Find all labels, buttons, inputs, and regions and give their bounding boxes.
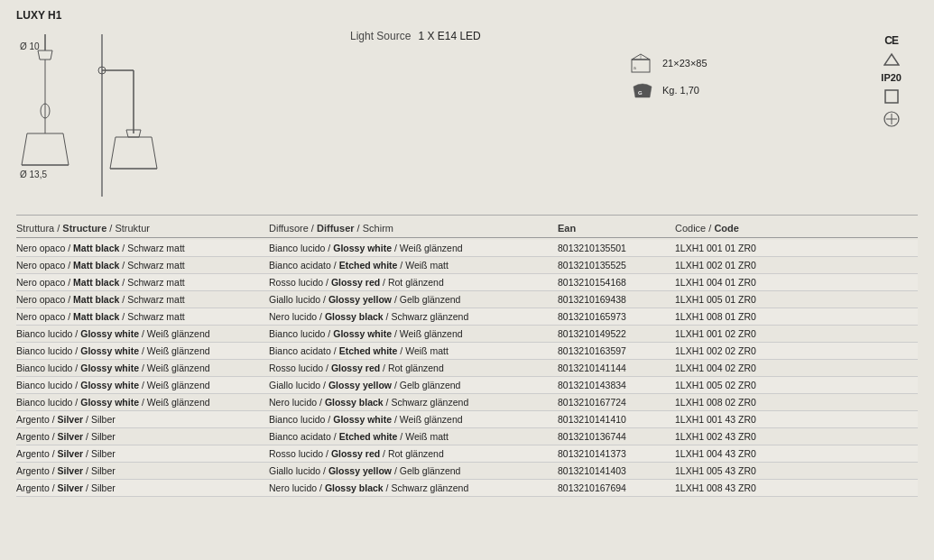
td-ean: 8013210167694 [558,482,675,494]
table-row: Nero opaco / Matt black / Schwarz matt B… [16,240,918,257]
ip20-text: IP20 [881,72,902,83]
td-codice: 1LXH1 005 01 ZR0 [675,293,855,306]
td-diffusore: Bianco lucido / Glossy white / Weiß glän… [269,242,558,254]
td-codice: 1LXH1 005 02 ZR0 [675,379,855,391]
td-struttura: Nero opaco / Matt black / Schwarz matt [16,242,269,254]
lamp-drawing [16,25,323,201]
td-ean: 8013210141410 [558,413,675,426]
pack-dimensions-row: a 21×23×85 [630,52,707,74]
ce-icon: CE [884,34,898,47]
td-codice: 1LXH1 008 43 ZR0 [675,482,855,494]
svg-marker-10 [110,137,157,169]
td-struttura: Bianco lucido / Glossy white / Weiß glän… [16,344,269,357]
th-ean: Ean [558,223,675,234]
td-struttura: Argento / Silver / Silber [16,447,269,460]
td-ean: 8013210163597 [558,344,675,357]
table-body: Nero opaco / Matt black / Schwarz matt B… [16,240,918,497]
td-codice: 1LXH1 008 01 ZR0 [675,310,855,323]
drawing-area: Ø 10 [16,25,323,197]
td-struttura: Nero opaco / Matt black / Schwarz matt [16,310,269,323]
table-row: Argento / Silver / Silber Nero lucido / … [16,480,918,497]
td-struttura: Bianco lucido / Glossy white / Weiß glän… [16,396,269,409]
td-struttura: Argento / Silver / Silber [16,464,269,477]
td-ean: 8013210143834 [558,379,675,391]
table-row: Argento / Silver / Silber Bianco acidato… [16,428,918,445]
th-diffusore: Diffusore / Diffuser / Schirm [269,223,558,234]
table-row: Argento / Silver / Silber Giallo lucido … [16,463,918,480]
box-icon: a [630,52,655,74]
td-struttura: Nero opaco / Matt black / Schwarz matt [16,259,269,271]
pack-weight-row: G Kg. 1,70 [630,79,707,101]
triangle-icon-group [883,52,900,67]
td-diffusore: Bianco acidato / Etched white / Weiß mat… [269,344,558,357]
light-source-row: Light Source 1 X E14 LED [350,30,918,42]
td-codice: 1LXH1 004 02 ZR0 [675,362,855,374]
table-row: Argento / Silver / Silber Rosso lucido /… [16,445,918,463]
td-diffusore: Nero lucido / Glossy black / Schwarz glä… [269,396,558,409]
icons-right: CE IP20 [881,34,902,128]
td-codice: 1LXH1 001 02 ZR0 [675,327,855,340]
square-icon [883,88,900,105]
pack-dimensions: 21×23×85 [662,58,707,69]
svg-text:G: G [638,90,643,96]
ce-icon-group: CE [884,34,898,47]
td-ean: 8013210169438 [558,293,675,306]
ip20-group: IP20 [881,72,902,83]
th-codice: Codice / Code [675,223,855,234]
td-ean: 8013210135501 [558,242,675,254]
td-codice: 1LXH1 002 02 ZR0 [675,344,855,357]
table-row: Bianco lucido / Glossy white / Weiß glän… [16,377,918,394]
table-row: Nero opaco / Matt black / Schwarz matt N… [16,308,918,326]
light-source-label: Light Source [350,30,411,42]
td-struttura: Nero opaco / Matt black / Schwarz matt [16,293,269,306]
td-ean: 8013210136744 [558,430,675,443]
td-ean: 8013210165973 [558,310,675,323]
triangle-icon [883,52,900,67]
svg-text:a: a [633,65,636,70]
packaging-area: a 21×23×85 G Kg. 1,70 [630,52,707,101]
td-codice: 1LXH1 005 43 ZR0 [675,464,855,477]
table-row: Bianco lucido / Glossy white / Weiß glän… [16,326,918,343]
td-diffusore: Bianco lucido / Glossy white / Weiß glän… [269,327,558,340]
td-codice: 1LXH1 002 01 ZR0 [675,259,855,271]
td-codice: 1LXH1 004 43 ZR0 [675,447,855,460]
table-row: Argento / Silver / Silber Bianco lucido … [16,411,918,428]
td-codice: 1LXH1 002 43 ZR0 [675,430,855,443]
product-title: LUXY H1 [16,9,918,22]
td-ean: 8013210141403 [558,464,675,477]
table-section: Struttura / Structure / Struktur Diffuso… [16,223,918,497]
table-row: Bianco lucido / Glossy white / Weiß glän… [16,394,918,411]
td-diffusore: Bianco lucido / Glossy white / Weiß glän… [269,413,558,426]
dim-bottom: Ø 13,5 [20,170,47,179]
td-diffusore: Giallo lucido / Glossy yellow / Gelb glä… [269,379,558,391]
td-ean: 8013210154168 [558,276,675,289]
td-ean: 8013210141144 [558,362,675,374]
td-ean: 8013210135525 [558,259,675,271]
td-diffusore: Bianco acidato / Etched white / Weiß mat… [269,259,558,271]
td-struttura: Bianco lucido / Glossy white / Weiß glän… [16,379,269,391]
th-struttura: Struttura / Structure / Struktur [16,223,269,234]
td-diffusore: Giallo lucido / Glossy yellow / Gelb glä… [269,293,558,306]
td-diffusore: Rosso lucido / Glossy red / Rot glänzend [269,447,558,460]
td-codice: 1LXH1 008 02 ZR0 [675,396,855,409]
top-section: Ø 10 [16,25,918,206]
td-struttura: Argento / Silver / Silber [16,413,269,426]
td-diffusore: Giallo lucido / Glossy yellow / Gelb glä… [269,464,558,477]
td-ean: 8013210167724 [558,396,675,409]
circle-cross-icon-group [883,110,901,128]
svg-marker-19 [884,54,899,65]
svg-marker-3 [22,133,69,165]
td-diffusore: Bianco acidato / Etched white / Weiß mat… [269,430,558,443]
td-ean: 8013210141373 [558,447,675,460]
pack-weight: Kg. 1,70 [662,85,699,96]
td-struttura: Argento / Silver / Silber [16,482,269,494]
specs-area: Light Source 1 X E14 LED [323,25,918,60]
table-header: Struttura / Structure / Struktur Diffuso… [16,223,918,238]
td-struttura: Nero opaco / Matt black / Schwarz matt [16,276,269,289]
td-struttura: Bianco lucido / Glossy white / Weiß glän… [16,362,269,374]
td-struttura: Argento / Silver / Silber [16,430,269,443]
square-icon-group [883,88,900,105]
svg-rect-20 [885,90,898,103]
td-codice: 1LXH1 004 01 ZR0 [675,276,855,289]
page: LUXY H1 Ø 10 [0,0,934,560]
